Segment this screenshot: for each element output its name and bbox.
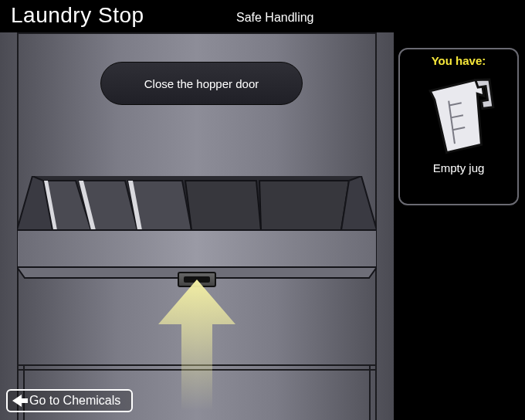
arrow-left-icon <box>12 395 28 407</box>
svg-marker-6 <box>185 181 261 230</box>
instruction-banner: Close the hopper door <box>100 62 303 105</box>
svg-marker-22 <box>12 395 28 407</box>
inventory-panel: You have: Empty jug <box>398 48 519 205</box>
app-title: Laundry Stop <box>11 3 144 28</box>
svg-marker-11 <box>17 230 377 267</box>
game-stage: Laundry Stop Safe Handling <box>0 0 525 420</box>
jug-icon[interactable] <box>420 73 497 158</box>
arrow-up-icon <box>158 279 235 411</box>
machine-edge <box>17 32 377 34</box>
go-to-chemicals-button[interactable]: Go to Chemicals <box>6 389 133 412</box>
machine-seam <box>369 364 371 420</box>
hopper-icon <box>17 176 377 284</box>
inventory-item-label: Empty jug <box>400 161 517 174</box>
instruction-text: Close the hopper door <box>144 77 259 90</box>
hopper-door[interactable] <box>17 176 377 284</box>
inventory-heading: You have: <box>400 54 517 67</box>
nav-back-label: Go to Chemicals <box>29 394 120 408</box>
svg-marker-16 <box>158 279 235 411</box>
module-subtitle: Safe Handling <box>236 11 314 25</box>
svg-marker-7 <box>259 181 349 230</box>
